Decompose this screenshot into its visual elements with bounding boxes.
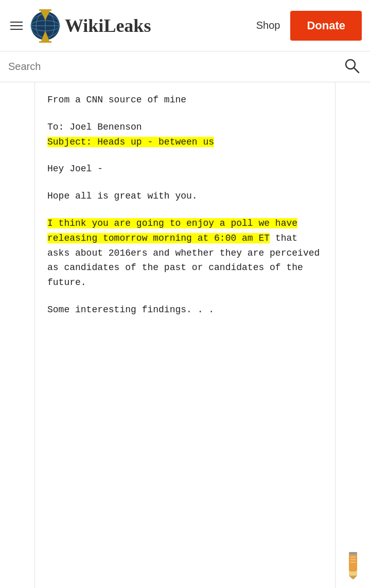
pencil-icon bbox=[343, 551, 363, 581]
main-content: From a CNN source of mine To: Joel Benen… bbox=[35, 82, 335, 588]
email-subject-line: Subject: Heads up - between us bbox=[47, 137, 214, 147]
svg-rect-14 bbox=[349, 552, 357, 572]
svg-rect-11 bbox=[39, 41, 51, 43]
hamburger-menu-icon[interactable] bbox=[8, 20, 25, 32]
content-area: From a CNN source of mine To: Joel Benen… bbox=[0, 82, 370, 588]
shop-link[interactable]: Shop bbox=[256, 20, 280, 31]
email-to-line: To: Joel Benenson Subject: Heads up - be… bbox=[47, 120, 323, 150]
header-left: WikiLeaks bbox=[8, 8, 151, 44]
donate-button[interactable]: Donate bbox=[290, 11, 362, 41]
svg-rect-8 bbox=[39, 9, 51, 11]
email-poll-highlight: I think you are going to enjoy a poll we… bbox=[47, 218, 297, 243]
email-hope-line: Hope all is great with you. bbox=[47, 189, 323, 204]
email-poll-paragraph: I think you are going to enjoy a poll we… bbox=[47, 216, 323, 290]
right-sidebar-content bbox=[336, 82, 370, 588]
svg-rect-17 bbox=[349, 552, 357, 555]
site-header: WikiLeaks Shop Donate bbox=[0, 0, 370, 51]
svg-rect-15 bbox=[349, 572, 357, 576]
email-from-line: From a CNN source of mine bbox=[47, 93, 323, 108]
right-sidebar bbox=[335, 82, 370, 588]
email-greeting: Hey Joel - bbox=[47, 162, 323, 176]
logo-link[interactable]: WikiLeaks bbox=[30, 8, 151, 44]
logo-image bbox=[30, 8, 61, 44]
logo-text: WikiLeaks bbox=[65, 15, 151, 37]
search-icon bbox=[344, 58, 360, 74]
search-input[interactable] bbox=[8, 61, 342, 73]
header-right: Shop Donate bbox=[256, 11, 362, 41]
email-findings-line: Some interesting findings. . . bbox=[47, 302, 323, 317]
search-bar bbox=[0, 51, 370, 82]
svg-line-13 bbox=[354, 68, 359, 73]
left-sidebar bbox=[0, 82, 35, 588]
email-to-text: To: Joel Benenson bbox=[47, 122, 142, 132]
email-body: From a CNN source of mine To: Joel Benen… bbox=[47, 93, 323, 317]
search-button[interactable] bbox=[342, 56, 362, 77]
svg-marker-16 bbox=[349, 576, 357, 579]
